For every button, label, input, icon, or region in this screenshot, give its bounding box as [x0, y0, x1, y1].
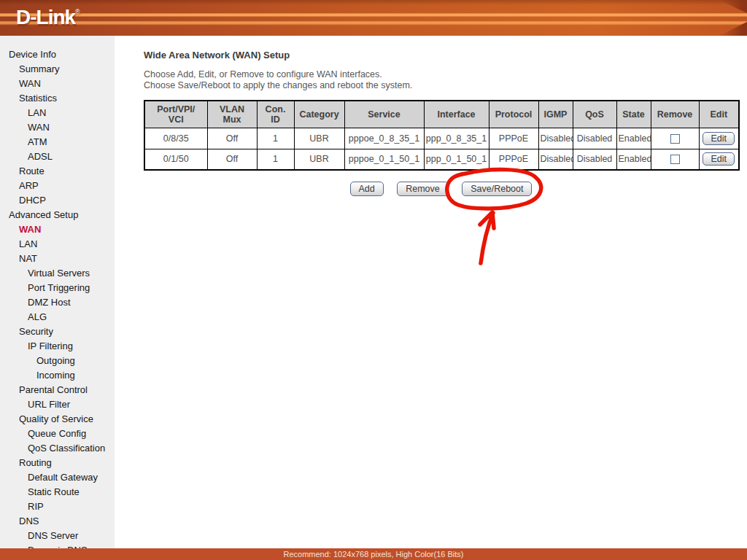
cell-con-id: 1	[257, 149, 294, 170]
instruction-line-2: Choose Save/Reboot to apply the changes …	[144, 80, 738, 91]
col-header-edit: Edit	[699, 101, 739, 128]
sidebar-item-device-info[interactable]: Device Info	[0, 47, 115, 62]
remove-checkbox[interactable]	[670, 134, 680, 144]
remove-button[interactable]: Remove	[397, 182, 449, 196]
cell-qos: Disabled	[573, 149, 616, 170]
col-header-state: State	[616, 101, 651, 128]
sidebar-item-url-filter[interactable]: URL Filter	[0, 397, 115, 412]
wan-interfaces-table: Port/VPI/ VCIVLAN MuxCon. IDCategoryServ…	[144, 100, 740, 171]
col-header-qos: QoS	[573, 101, 616, 128]
save-reboot-button[interactable]: Save/Reboot	[462, 182, 532, 196]
col-header-remove: Remove	[651, 101, 699, 128]
cell-con-id: 1	[257, 128, 294, 149]
sidebar-item-arp[interactable]: ARP	[0, 179, 115, 193]
col-header-igmp: IGMP	[538, 101, 573, 128]
instruction-line-1: Choose Add, Edit, or Remove to configure…	[144, 69, 738, 80]
sidebar-item-queue-config[interactable]: Queue Config	[0, 427, 115, 441]
sidebar-item-lan[interactable]: LAN	[0, 237, 115, 252]
edit-button[interactable]: Edit	[703, 152, 735, 166]
table-header-row: Port/VPI/ VCIVLAN MuxCon. IDCategoryServ…	[144, 101, 739, 128]
main-content: Wide Area Network (WAN) Setup Choose Add…	[144, 50, 738, 196]
page-title: Wide Area Network (WAN) Setup	[144, 50, 738, 61]
sidebar-item-parental-control[interactable]: Parental Control	[0, 383, 115, 397]
sidebar-item-virtual-servers[interactable]: Virtual Servers	[0, 266, 115, 281]
sidebar-item-lan[interactable]: LAN	[0, 106, 115, 120]
red-arrow-annotation	[480, 212, 494, 263]
sidebar-item-routing[interactable]: Routing	[0, 456, 115, 470]
cell-protocol: PPPoE	[489, 149, 538, 170]
cell-state: Enabled	[616, 149, 651, 170]
col-header-protocol: Protocol	[489, 101, 538, 128]
cell-service: pppoe_0_8_35_1	[344, 128, 424, 149]
cell-edit: Edit	[699, 128, 739, 149]
registered-mark: ®	[75, 8, 80, 15]
sidebar-item-dhcp[interactable]: DHCP	[0, 193, 115, 208]
col-header-category: Category	[294, 101, 344, 128]
sidebar-item-alg[interactable]: ALG	[0, 310, 115, 324]
cell-vlan-mux: Off	[207, 149, 257, 170]
sidebar-item-advanced-setup[interactable]: Advanced Setup	[0, 208, 115, 222]
sidebar-item-adsl[interactable]: ADSL	[0, 149, 115, 164]
cell-port-vpi-vci: 0/1/50	[144, 149, 207, 170]
sidebar-item-qos-classification[interactable]: QoS Classification	[0, 441, 115, 456]
table-head: Port/VPI/ VCIVLAN MuxCon. IDCategoryServ…	[144, 101, 739, 128]
dlink-logo-text: D-Link	[16, 6, 75, 28]
cell-igmp: Disabled	[538, 149, 573, 170]
cell-qos: Disabled	[573, 128, 616, 149]
cell-port-vpi-vci: 0/8/35	[144, 128, 207, 149]
header-chevron-decoration-top	[719, 0, 747, 13]
sidebar-item-dns[interactable]: DNS	[0, 514, 115, 529]
cell-igmp: Disabled	[538, 128, 573, 149]
cell-remove	[651, 149, 699, 170]
cell-interface: ppp_0_1_50_1	[424, 149, 489, 170]
cell-category: UBR	[294, 149, 344, 170]
sidebar-item-atm[interactable]: ATM	[0, 135, 115, 149]
sidebar-item-incoming[interactable]: Incoming	[0, 368, 115, 383]
table-row: 0/1/50Off1UBRpppoe_0_1_50_1ppp_0_1_50_1P…	[144, 149, 739, 170]
sidebar-item-wan[interactable]: WAN	[0, 77, 115, 91]
table-row: 0/8/35Off1UBRpppoe_0_8_35_1ppp_0_8_35_1P…	[144, 128, 739, 149]
table-body: 0/8/35Off1UBRpppoe_0_8_35_1ppp_0_8_35_1P…	[144, 128, 739, 170]
remove-checkbox[interactable]	[670, 155, 680, 164]
app-header: D-Link®	[0, 0, 747, 36]
sidebar-item-nat[interactable]: NAT	[0, 252, 115, 266]
status-bar-text: Recommend: 747x560 pixels, High Color(1…	[283, 550, 463, 559]
sidebar-nav: Device InfoSummaryWANStatisticsLANWANATM…	[0, 36, 115, 560]
add-button[interactable]: Add	[350, 182, 384, 196]
col-header-interface: Interface	[424, 101, 489, 128]
action-button-row: Add Remove Save/Reboot	[144, 182, 738, 196]
cell-service: pppoe_0_1_50_1	[344, 149, 424, 170]
sidebar-item-summary[interactable]: Summary	[0, 62, 115, 77]
sidebar-item-default-gateway[interactable]: Default Gateway	[0, 470, 115, 485]
status-bar: Recommend: 747x560 pixels, High Color(1…	[0, 548, 747, 560]
col-header-service: Service	[344, 101, 424, 128]
sidebar-item-statistics[interactable]: Statistics	[0, 91, 115, 106]
cell-interface: ppp_0_8_35_1	[424, 128, 489, 149]
sidebar-item-wan[interactable]: WAN	[0, 120, 115, 135]
col-header-port-vpi-vci: Port/VPI/ VCI	[144, 101, 207, 128]
cell-state: Enabled	[616, 128, 651, 149]
sidebar-item-quality-of-service[interactable]: Quality of Service	[0, 412, 115, 427]
sidebar-item-route[interactable]: Route	[0, 164, 115, 179]
sidebar-item-port-triggering[interactable]: Port Triggering	[0, 281, 115, 295]
sidebar-item-security[interactable]: Security	[0, 324, 115, 339]
cell-remove	[651, 128, 699, 149]
cell-vlan-mux: Off	[207, 128, 257, 149]
cell-protocol: PPPoE	[489, 128, 538, 149]
col-header-vlan-mux: VLAN Mux	[207, 101, 257, 128]
sidebar-item-outgoing[interactable]: Outgoing	[0, 354, 115, 368]
sidebar-item-wan[interactable]: WAN	[0, 222, 115, 237]
sidebar-item-static-route[interactable]: Static Route	[0, 485, 115, 499]
cell-category: UBR	[294, 128, 344, 149]
sidebar-item-dns-server[interactable]: DNS Server	[0, 529, 115, 543]
dlink-logo: D-Link®	[16, 6, 80, 29]
sidebar-item-ip-filtering[interactable]: IP Filtering	[0, 339, 115, 354]
cell-edit: Edit	[699, 149, 739, 170]
edit-button[interactable]: Edit	[703, 132, 735, 145]
sidebar-item-rip[interactable]: RIP	[0, 499, 115, 514]
header-chevron-decoration-bottom	[719, 22, 747, 36]
col-header-con-id: Con. ID	[257, 101, 294, 128]
sidebar-item-dmz-host[interactable]: DMZ Host	[0, 295, 115, 310]
